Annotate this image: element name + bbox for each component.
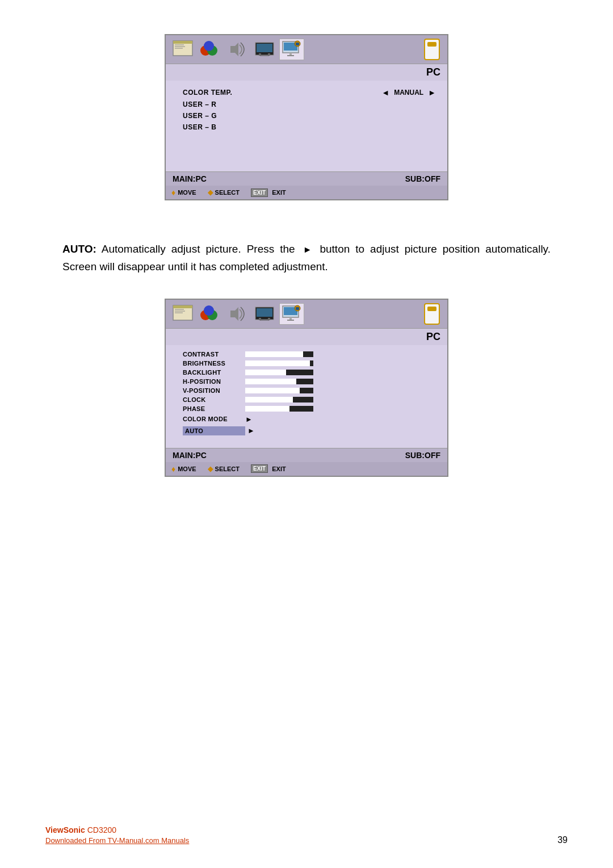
auto-label-menu: AUTO [183, 426, 245, 435]
auto-arrow: ► [247, 426, 255, 435]
brightness-label: BRIGHTNESS [183, 360, 245, 367]
nav-exit-label-2: EXIT [272, 466, 285, 472]
contrast-label: CONTRAST [183, 351, 245, 358]
nav-select-label-2: SELECT [215, 466, 240, 472]
hposition-row: H-POSITION [183, 377, 436, 386]
vposition-row: V-POSITION [183, 386, 436, 395]
color-mode-label: COLOR MODE [183, 416, 245, 422]
svg-rect-37 [287, 320, 294, 321]
pc-label-2: PC [426, 331, 440, 343]
picture-icon [170, 39, 195, 60]
contrast-row: CONTRAST [183, 350, 436, 359]
nav-move-label-1: MOVE [178, 189, 196, 196]
vposition-label: V-POSITION [183, 387, 245, 394]
backlight-row: BACKLIGHT [183, 368, 436, 377]
audio-icon-2 [225, 303, 250, 325]
select-icon-2: ◆ [208, 465, 213, 473]
menu-content-1: COLOR TEMP. ◄ MANUAL ► USER – R USER – G… [166, 81, 447, 171]
nav-move-label-2: MOVE [178, 466, 196, 472]
description-text: Automatically adjust picture. Press the [96, 243, 295, 255]
footer-main-2: MAIN:PC [173, 451, 207, 460]
hposition-label: H-POSITION [183, 378, 245, 385]
phase-label: PHASE [183, 405, 245, 412]
color-balls-icon-2 [198, 303, 222, 325]
footer-brand-block: ViewSonic CD3200 Downloaded From TV-Manu… [45, 825, 189, 845]
user-r-label: USER – R [183, 100, 240, 108]
pc-icon-active [279, 39, 304, 60]
user-r-row: USER – R [183, 99, 436, 110]
auto-label: AUTO: [62, 243, 96, 255]
color-temp-row: COLOR TEMP. ◄ MANUAL ► [183, 86, 436, 99]
color-mode-row: COLOR MODE ► [183, 413, 436, 425]
menu-footer-labels-2: MAIN:PC SUB:OFF [166, 448, 447, 462]
tv-menu-2: PC CONTRAST BRIGHTNESS BACKLIGHT [165, 299, 448, 477]
pc-label-row-1: PC [166, 64, 447, 81]
nav-select-label-1: SELECT [215, 189, 240, 196]
svg-rect-11 [259, 53, 261, 56]
nav-move-2: ♦ MOVE [171, 464, 196, 473]
footer-sub-2: SUB:OFF [405, 451, 440, 460]
color-temp-value: MANUAL [394, 89, 423, 97]
move-icon-1: ♦ [171, 188, 175, 197]
footer-brand-line1: ViewSonic CD3200 [45, 825, 189, 835]
color-temp-arrow-left: ◄ [381, 88, 389, 97]
tv-channel-icon [252, 39, 277, 60]
nav-select-1: ◆ SELECT [208, 188, 240, 196]
svg-rect-17 [287, 55, 294, 56]
color-temp-arrow-right: ► [428, 88, 436, 97]
svg-rect-12 [268, 53, 270, 56]
menu-footer-nav-2: ♦ MOVE ◆ SELECT EXIT EXIT [166, 462, 447, 476]
phase-row: PHASE [183, 404, 436, 413]
nav-move-1: ♦ MOVE [171, 188, 196, 197]
phase-bar [245, 406, 313, 412]
menu-icon-bar-1 [166, 35, 447, 64]
brightness-bar [245, 360, 313, 366]
svg-rect-10 [257, 44, 272, 52]
pc-label-1: PC [426, 66, 440, 78]
contrast-bar [245, 351, 313, 357]
nav-exit-label-1: EXIT [272, 189, 285, 196]
user-g-row: USER – G [183, 110, 436, 121]
download-link[interactable]: Downloaded From TV-Manual.com Manuals [45, 836, 189, 845]
color-balls-icon [198, 39, 222, 60]
user-g-label: USER – G [183, 112, 240, 120]
svg-rect-16 [289, 53, 292, 55]
tv-channel-icon-2 [252, 303, 277, 325]
user-b-label: USER – B [183, 123, 240, 131]
clock-bar [245, 397, 313, 402]
menu-icon-bar-2 [166, 300, 447, 329]
description-arrow: ► [303, 245, 312, 254]
pc-label-row-2: PC [166, 329, 447, 345]
svg-rect-21 [173, 305, 192, 308]
vposition-bar [245, 388, 313, 393]
svg-rect-31 [259, 318, 261, 320]
svg-rect-30 [257, 308, 272, 317]
model-name: CD3200 [85, 825, 116, 835]
menu-content-2: CONTRAST BRIGHTNESS BACKLIGHT H-POSITION [166, 345, 447, 448]
backlight-label: BACKLIGHT [183, 369, 245, 376]
svg-rect-39 [296, 307, 299, 310]
svg-point-7 [204, 41, 214, 51]
picture-icon-2 [170, 303, 195, 325]
color-mode-arrow: ► [245, 415, 253, 423]
clock-row: CLOCK [183, 395, 436, 404]
svg-rect-1 [173, 41, 192, 44]
pc-icon-active-2 [279, 303, 304, 325]
tv-menu-1: PC COLOR TEMP. ◄ MANUAL ► USER – R USER … [165, 34, 448, 200]
hposition-bar [245, 379, 313, 384]
backlight-bar [245, 370, 313, 375]
exit-btn-2: EXIT [251, 464, 268, 473]
menu-footer-labels-1: MAIN:PC SUB:OFF [166, 171, 447, 186]
svg-marker-28 [230, 307, 238, 321]
color-temp-label: COLOR TEMP. [183, 89, 240, 97]
nav-select-2: ◆ SELECT [208, 465, 240, 473]
nav-exit-1: EXIT EXIT [251, 188, 286, 197]
footer-main-1: MAIN:PC [173, 174, 207, 183]
svg-rect-32 [268, 318, 270, 320]
description-block: AUTO: Automatically adjust picture. Pres… [62, 240, 551, 276]
user-b-row: USER – B [183, 121, 436, 133]
svg-point-27 [204, 305, 214, 316]
footer-sub-1: SUB:OFF [405, 174, 440, 183]
nav-exit-2: EXIT EXIT [251, 464, 286, 473]
page-number: 39 [557, 835, 568, 845]
